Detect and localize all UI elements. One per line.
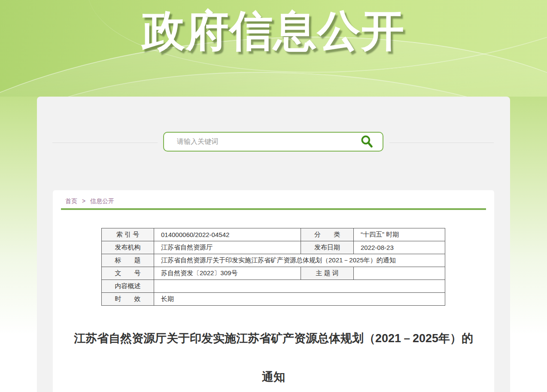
document-title-line2: 通知 (53, 369, 494, 385)
breadcrumb-underline (61, 208, 486, 210)
article-card: 首页 > 信息公开 索 引 号 014000060/2022-04542 分 类… (53, 190, 494, 392)
meta-value-category: “十四五” 时期 (354, 228, 445, 241)
banner-wave-decoration (0, 55, 547, 97)
meta-value-validity: 长期 (154, 293, 445, 306)
breadcrumb-link-info-disclosure[interactable]: 信息公开 (90, 198, 114, 204)
table-row: 发布机构 江苏省自然资源厅 发布日期 2022-08-23 (102, 241, 445, 254)
meta-label-subject-words: 主 题 词 (301, 267, 354, 280)
meta-value-issuing-agency: 江苏省自然资源厅 (154, 241, 301, 254)
search-input[interactable] (164, 133, 359, 151)
search-button[interactable] (359, 133, 376, 150)
search-box (163, 132, 383, 152)
table-row: 内容概述 (102, 280, 445, 293)
table-row: 索 引 号 014000060/2022-04542 分 类 “十四五” 时期 (102, 228, 445, 241)
document-title-line1: 江苏省自然资源厅关于印发实施江苏省矿产资源总体规划（2021－2025年）的 (53, 331, 494, 346)
meta-label-index-number: 索 引 号 (102, 228, 154, 241)
table-row: 标 题 江苏省自然资源厅关于印发实施江苏省矿产资源总体规划（2021－2025年… (102, 254, 445, 267)
page-title: 政府信息公开 (0, 7, 547, 54)
search-divider-right (389, 143, 494, 143)
breadcrumb-link-home[interactable]: 首页 (65, 198, 77, 204)
meta-label-content-summary: 内容概述 (102, 280, 154, 293)
meta-label-publish-date: 发布日期 (301, 241, 354, 254)
document-meta-table: 索 引 号 014000060/2022-04542 分 类 “十四五” 时期 … (101, 228, 445, 306)
meta-value-content-summary (154, 280, 445, 293)
meta-value-title: 江苏省自然资源厅关于印发实施江苏省矿产资源总体规划（2021－2025年）的通知 (154, 254, 445, 267)
breadcrumb: 首页 > 信息公开 (65, 198, 114, 205)
content-card: 首页 > 信息公开 索 引 号 014000060/2022-04542 分 类… (37, 97, 510, 392)
table-row: 文 号 苏自然资发〔2022〕309号 主 题 词 (102, 267, 445, 280)
meta-label-category: 分 类 (301, 228, 354, 241)
meta-value-publish-date: 2022-08-23 (354, 241, 445, 254)
meta-label-issuing-agency: 发布机构 (102, 241, 154, 254)
search-icon (360, 135, 374, 149)
breadcrumb-separator: > (82, 198, 85, 204)
meta-value-index-number: 014000060/2022-04542 (154, 228, 301, 241)
meta-label-doc-number: 文 号 (102, 267, 154, 280)
search-divider-left (52, 143, 158, 143)
meta-value-subject-words (354, 267, 445, 280)
meta-value-doc-number: 苏自然资发〔2022〕309号 (154, 267, 301, 280)
page-banner: 政府信息公开 (0, 0, 547, 97)
meta-label-validity: 时 效 (102, 293, 154, 306)
meta-label-title: 标 题 (102, 254, 154, 267)
table-row: 时 效 长期 (102, 293, 445, 306)
